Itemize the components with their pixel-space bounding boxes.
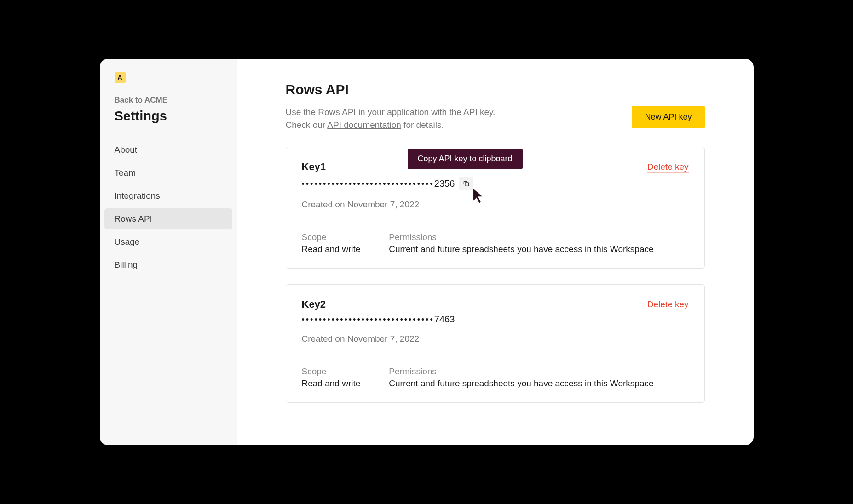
copy-tooltip: Copy API key to clipboard (408, 149, 523, 169)
svg-rect-0 (465, 183, 468, 186)
delete-api-key-link[interactable]: Delete key (647, 299, 689, 310)
app-window: A Back to ACME Settings About Team Integ… (100, 59, 754, 445)
api-key-value-row: •••••••••••••••••••••••••••••••7463 (302, 314, 689, 325)
permissions-value: Current and future spreadsheets you have… (389, 244, 653, 254)
page-title: Rows API (286, 82, 705, 97)
api-key-dots: ••••••••••••••••••••••••••••••• (302, 315, 434, 325)
api-key-card: Copy API key to clipboard Key1 •••••••••… (286, 147, 705, 269)
scope-label: Scope (302, 232, 361, 242)
back-to-workspace-link[interactable]: Back to ACME (115, 96, 232, 105)
api-key-dots: ••••••••••••••••••••••••••••••• (302, 179, 434, 189)
description-line-1: Use the Rows API in your application wit… (286, 107, 496, 117)
sidebar-nav: About Team Integrations Rows API Usage B… (115, 139, 232, 275)
scope-block: Scope Read and write (302, 232, 361, 254)
sidebar-item-rows-api[interactable]: Rows API (104, 208, 232, 229)
description-suffix: for details. (401, 120, 444, 130)
sidebar-item-about[interactable]: About (104, 139, 232, 160)
delete-api-key-link[interactable]: Delete key (647, 162, 689, 173)
main-content: Rows API Use the Rows API in your applic… (237, 59, 754, 445)
api-key-masked-value: •••••••••••••••••••••••••••••••7463 (302, 314, 455, 325)
api-key-suffix: 7463 (434, 314, 455, 325)
api-key-card-meta: Scope Read and write Permissions Current… (286, 355, 704, 402)
permissions-label: Permissions (389, 367, 653, 377)
api-key-created-date: Created on November 7, 2022 (302, 334, 689, 344)
cursor-icon (472, 187, 485, 204)
permissions-value: Current and future spreadsheets you have… (389, 378, 653, 389)
scope-value: Read and write (302, 378, 361, 389)
page-header-row: Use the Rows API in your application wit… (286, 106, 705, 131)
page-description: Use the Rows API in your application wit… (286, 106, 496, 131)
permissions-block: Permissions Current and future spreadshe… (389, 367, 653, 389)
api-documentation-link[interactable]: API documentation (327, 120, 401, 130)
api-key-suffix: 2356 (434, 178, 455, 189)
sidebar: A Back to ACME Settings About Team Integ… (100, 59, 237, 445)
sidebar-item-billing[interactable]: Billing (104, 254, 232, 275)
scope-block: Scope Read and write (302, 367, 361, 389)
copy-icon (462, 180, 470, 187)
sidebar-item-team[interactable]: Team (104, 162, 232, 183)
sidebar-item-usage[interactable]: Usage (104, 231, 232, 252)
workspace-badge[interactable]: A (115, 72, 126, 83)
scope-value: Read and write (302, 244, 361, 254)
api-key-card: Key2 •••••••••••••••••••••••••••••••7463… (286, 284, 705, 403)
description-prefix: Check our (286, 120, 328, 130)
api-key-card-header: Key2 •••••••••••••••••••••••••••••••7463… (286, 285, 704, 355)
api-key-value-row: •••••••••••••••••••••••••••••••2356 (302, 177, 689, 190)
permissions-block: Permissions Current and future spreadshe… (389, 232, 653, 254)
new-api-key-button[interactable]: New API key (632, 106, 704, 128)
api-key-card-meta: Scope Read and write Permissions Current… (286, 221, 704, 268)
api-key-masked-value: •••••••••••••••••••••••••••••••2356 (302, 178, 455, 189)
api-key-name: Key2 (302, 298, 689, 310)
scope-label: Scope (302, 367, 361, 377)
settings-title: Settings (115, 109, 232, 124)
permissions-label: Permissions (389, 232, 653, 242)
api-key-created-date: Created on November 7, 2022 (302, 200, 689, 210)
sidebar-item-integrations[interactable]: Integrations (104, 185, 232, 206)
